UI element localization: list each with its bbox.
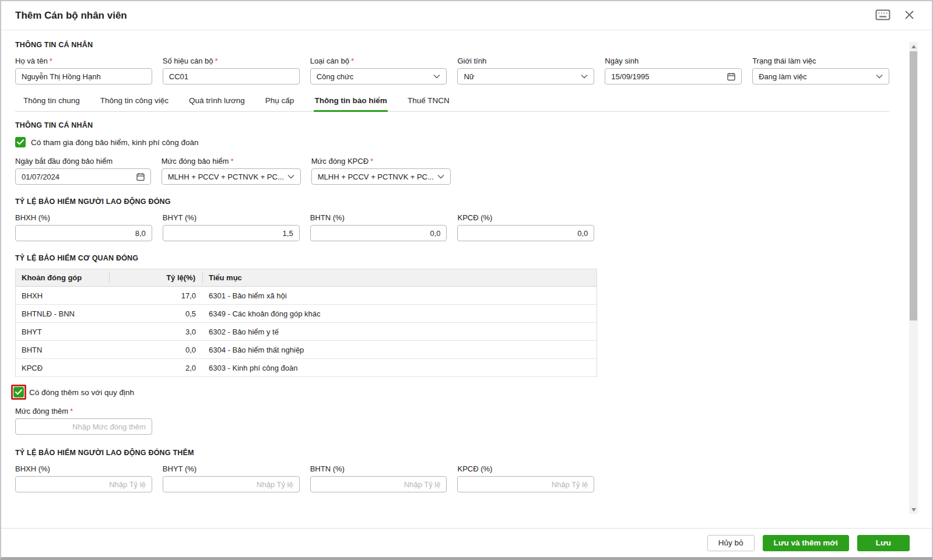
gender-label: Giới tính [457, 57, 486, 65]
tab-thue-tncn[interactable]: Thuế TNCN [407, 93, 450, 112]
row-sub-item: 6349 - Các khoản đóng góp khác [203, 309, 597, 318]
employee-type-label: Loại cán bộ [310, 57, 349, 65]
row-rate: 2,0 [110, 364, 203, 372]
col-header-sub-item: Tiểu mục [203, 273, 597, 282]
close-button[interactable] [904, 10, 914, 22]
tab-qua-trinh-luong[interactable]: Quá trình lương [188, 93, 245, 112]
profile-fields-row: Họ và tên* Số hiệu cán bộ* Loại cán bộ* … [15, 57, 889, 84]
kpcd-rate-label: KPCĐ (%) [457, 213, 594, 222]
field-insurance-base: Mức đóng bảo hiểm* MLHH + PCCV + PCTNVK … [162, 157, 301, 185]
participate-insurance-checkbox[interactable] [15, 137, 26, 147]
extra-bhxh-rate-input[interactable] [15, 476, 152, 492]
extra-bhtn-rate-label: BHTN (%) [310, 464, 447, 473]
extra-bhyt-rate-input[interactable] [163, 476, 300, 492]
work-status-select[interactable]: Đang làm việc [752, 68, 889, 84]
detail-tabs: Thông tin chung Thông tin công việc Quá … [15, 93, 889, 112]
keyboard-shortcuts-button[interactable] [875, 9, 890, 22]
tab-thong-tin-chung[interactable]: Thông tin chung [23, 93, 80, 112]
extra-payment-checkbox[interactable] [13, 387, 24, 397]
tab-thong-tin-bao-hiem[interactable]: Thông tin bảo hiểm [314, 93, 388, 112]
employee-type-select[interactable]: Công chức [310, 68, 447, 84]
add-employee-dialog: Thêm Cán bộ nhân viên [0, 0, 933, 560]
row-item: BHXH [16, 291, 110, 300]
field-extra-bhyt-rate: BHYT (%) [163, 464, 300, 492]
insurance-fields-row: Ngày bắt đầu đóng bảo hiểm 01/07/2024 Mứ… [15, 157, 889, 185]
save-button[interactable]: Lưu [857, 535, 910, 551]
employee-type-value: Công chức [317, 72, 354, 81]
scroll-down-button[interactable] [909, 505, 918, 514]
field-work-status: Trạng thái làm việc Đang làm việc [752, 57, 889, 84]
row-item: BHTNLĐ - BNN [16, 309, 110, 318]
cancel-button[interactable]: Hủy bỏ [707, 535, 755, 551]
row-rate: 3,0 [110, 327, 203, 336]
extra-payment-label[interactable]: Có đóng thêm so với quy định [29, 388, 134, 397]
row-rate: 0,5 [110, 309, 203, 318]
insurance-base-label: Mức đóng bảo hiểm [162, 157, 229, 165]
table-row[interactable]: BHTNLĐ - BNN 0,5 6349 - Các khoản đóng g… [16, 305, 597, 323]
gender-select[interactable]: Nữ [457, 68, 594, 84]
employee-code-input[interactable] [163, 68, 300, 84]
dialog-header: Thêm Cán bộ nhân viên [1, 1, 932, 30]
participate-insurance-label[interactable]: Có tham gia đóng bảo hiểm, kinh phí công… [31, 138, 198, 147]
row-rate: 17,0 [110, 291, 203, 300]
extra-bhxh-rate-label: BHXH (%) [15, 464, 152, 473]
required-mark: * [215, 57, 218, 65]
table-row[interactable]: BHYT 3,0 6302 - Bảo hiểm y tế [16, 323, 597, 341]
extra-amount-input[interactable] [15, 418, 152, 435]
required-mark: * [230, 157, 233, 165]
kpcd-base-label: Mức đóng KPCĐ [311, 157, 369, 165]
insurance-base-value: MLHH + PCCV + PCTNVK + PC... [168, 172, 284, 181]
field-extra-bhtn-rate: BHTN (%) [310, 464, 447, 492]
extra-bhtn-rate-input[interactable] [310, 476, 447, 492]
field-extra-bhxh-rate: BHXH (%) [15, 464, 152, 492]
bhyt-rate-label: BHYT (%) [163, 213, 300, 222]
tab-thong-tin-cong-viec[interactable]: Thông tin công việc [100, 93, 169, 112]
kpcd-rate-input[interactable] [457, 225, 594, 241]
check-icon [15, 387, 22, 397]
field-bhxh-rate: BHXH (%) [15, 213, 152, 241]
extra-bhyt-rate-label: BHYT (%) [163, 464, 300, 473]
chevron-down-icon [876, 74, 883, 79]
field-bhyt-rate: BHYT (%) [163, 213, 300, 241]
calendar-icon [727, 72, 735, 81]
table-row[interactable]: BHTN 0,0 6304 - Bảo hiểm thất nghiệp [16, 341, 597, 359]
scroll-down-icon [911, 508, 916, 512]
insurance-start-date-label: Ngày bắt đầu đóng bảo hiểm [15, 157, 113, 165]
work-status-value: Đang làm việc [759, 72, 806, 81]
section-employee-rates: TỶ LỆ BẢO HIỂM NGƯỜI LAO ĐỘNG ĐÓNG [15, 198, 889, 206]
chevron-down-icon [433, 74, 440, 79]
bhtn-rate-input[interactable] [310, 225, 447, 241]
scroll-up-button[interactable] [909, 42, 918, 51]
vertical-scrollbar[interactable] [909, 42, 918, 514]
required-mark: * [70, 407, 73, 415]
extra-kpcd-rate-input[interactable] [457, 476, 594, 492]
extra-payment-row: Có đóng thêm so với quy định [11, 385, 889, 400]
chevron-down-icon [287, 174, 294, 179]
extra-amount-row: Mức đóng thêm* [15, 407, 889, 435]
employee-rates-row: BHXH (%) BHYT (%) BHTN (%) KPCĐ (%) [15, 213, 889, 241]
kpcd-base-value: MLHH + PCCV + PCTNVK + PC... [318, 172, 434, 181]
bhtn-rate-label: BHTN (%) [310, 213, 447, 222]
row-sub-item: 6301 - Bảo hiểm xã hội [203, 291, 597, 300]
field-kpcd-base: Mức đóng KPCĐ* MLHH + PCCV + PCTNVK + PC… [311, 157, 451, 185]
scroll-up-icon [911, 45, 916, 48]
check-icon [17, 137, 24, 147]
insurance-base-select[interactable]: MLHH + PCCV + PCTNVK + PC... [162, 168, 301, 185]
tab-phu-cap[interactable]: Phụ cấp [265, 93, 295, 112]
full-name-label: Họ và tên [15, 57, 48, 65]
extra-amount-label: Mức đóng thêm [15, 407, 68, 415]
table-row[interactable]: KPCĐ 2,0 6303 - Kinh phí công đoàn [16, 359, 597, 377]
save-and-new-button[interactable]: Lưu và thêm mới [763, 535, 849, 551]
bhyt-rate-input[interactable] [163, 225, 300, 241]
table-row[interactable]: BHXH 17,0 6301 - Bảo hiểm xã hội [16, 287, 597, 305]
scrollbar-thumb[interactable] [910, 51, 917, 320]
section-personal-info-insurance: THÔNG TIN CÁ NHÂN [15, 121, 889, 129]
row-sub-item: 6302 - Bảo hiểm y tế [203, 327, 597, 336]
full-name-input[interactable] [15, 68, 152, 84]
kpcd-base-select[interactable]: MLHH + PCCV + PCTNVK + PC... [311, 168, 451, 185]
field-birth-date: Ngày sinh 15/09/1995 [605, 57, 742, 84]
insurance-start-date-input[interactable]: 01/07/2024 [15, 168, 151, 185]
chevron-down-icon [581, 74, 588, 79]
birth-date-input[interactable]: 15/09/1995 [605, 68, 742, 84]
bhxh-rate-input[interactable] [15, 225, 152, 241]
